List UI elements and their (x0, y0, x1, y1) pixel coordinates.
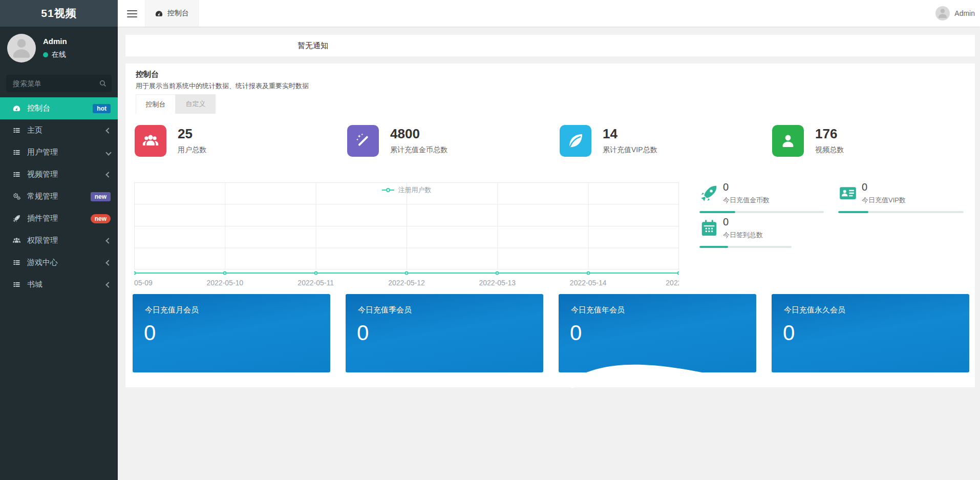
x-axis-tick: 2022-05-14 (570, 279, 607, 287)
stat-total-vip: 14 累计充值VIP总数 (550, 125, 763, 176)
stat-label: 视频总数 (815, 145, 844, 155)
chart-plot-area (134, 182, 679, 269)
avatar (935, 6, 950, 20)
menu-label: 用户管理 (27, 148, 106, 157)
main-panel: 控制台 用于展示当前系统中的统计数据、统计报表及重要实时数据 控制台 自定义 2… (125, 64, 975, 387)
chart-point (223, 272, 227, 275)
sidebar-item-video-management[interactable]: 视频管理 (0, 163, 118, 185)
tab-custom[interactable]: 自定义 (176, 94, 216, 114)
new-badge: new (91, 214, 111, 223)
user-name: Admin (43, 37, 67, 46)
sidebar-menu: 控制台 hot 主页 用户管理 视频管理 常规管理 new (0, 97, 118, 296)
search-input[interactable] (6, 75, 112, 92)
chevron-left-icon (105, 128, 111, 133)
sidebar-item-plugin-management[interactable]: 插件管理 new (0, 207, 118, 229)
x-axis-tick: 2022-05-11 (297, 279, 334, 287)
card-value: 0 (783, 321, 795, 345)
list-icon (12, 126, 21, 135)
chart-point (405, 272, 409, 275)
today-gold-stat: 0 今日充值金币数 (699, 182, 833, 211)
today-vip-stat: 0 今日充值VIP数 (838, 182, 971, 211)
chart-point (586, 272, 590, 275)
card-quarterly-vip[interactable]: 今日充值季会员 0 (346, 294, 543, 372)
mini-stat-value: 0 (723, 216, 729, 228)
chevron-left-icon (105, 172, 111, 177)
sidebar-item-user-management[interactable]: 用户管理 (0, 141, 118, 163)
card-permanent-vip[interactable]: 今日充值永久会员 0 (772, 294, 969, 372)
page-title: 控制台 (136, 70, 159, 79)
stat-label: 用户总数 (178, 145, 206, 155)
online-dot-icon (43, 52, 48, 57)
mini-stat-value: 0 (862, 181, 867, 193)
hot-badge: hot (93, 104, 111, 113)
menu-label: 插件管理 (27, 214, 91, 223)
search-icon[interactable] (98, 79, 108, 88)
chart-point (677, 272, 679, 275)
leaf-icon (560, 125, 591, 157)
avatar (7, 34, 36, 62)
list-icon (12, 258, 21, 267)
menu-label: 游戏中心 (27, 258, 106, 267)
sidebar-item-dashboard[interactable]: 控制台 hot (0, 97, 118, 119)
list-icon (12, 280, 21, 289)
x-axis-tick: 2022-05-13 (479, 279, 516, 287)
stat-value: 176 (815, 126, 837, 142)
chevron-left-icon (105, 238, 111, 243)
menu-label: 常规管理 (27, 192, 91, 201)
cogs-icon (12, 192, 21, 201)
mini-stat-label: 今日充值金币数 (723, 196, 770, 205)
sidebar-item-permission-management[interactable]: 权限管理 (0, 229, 118, 252)
new-badge: new (91, 192, 111, 201)
stat-total-gold: 4800 累计充值金币总数 (338, 125, 550, 176)
card-title: 今日充值季会员 (358, 305, 412, 315)
stat-value: 14 (603, 126, 617, 142)
sidebar-user-panel: Admin 在线 (0, 27, 118, 68)
chart-point (314, 272, 317, 275)
hamburger-icon[interactable] (127, 8, 137, 18)
x-axis-tick: 2022-05-10 (207, 279, 244, 287)
x-axis-tick: 2022-05 (666, 279, 679, 287)
notice-bar: 暂无通知 (125, 35, 975, 56)
list-icon (12, 148, 21, 157)
list-icon (12, 170, 21, 179)
card-title: 今日充值永久会员 (784, 305, 845, 315)
card-value: 0 (570, 321, 582, 345)
stat-label: 累计充值金币总数 (390, 145, 448, 155)
menu-label: 视频管理 (27, 170, 106, 179)
progress-bar (838, 211, 964, 213)
chart-point (134, 272, 136, 275)
chart-point (496, 272, 499, 275)
page-description: 用于展示当前系统中的统计数据、统计报表及重要实时数据 (136, 81, 309, 91)
rocket-icon (12, 214, 21, 223)
topbar-user-menu[interactable]: Admin (935, 0, 975, 27)
menu-label: 主页 (27, 126, 106, 135)
sidebar-item-general-management[interactable]: 常规管理 new (0, 185, 118, 207)
sidebar-search (6, 75, 112, 92)
panel-tabs: 控制台 自定义 (136, 94, 216, 114)
users-icon (12, 236, 21, 245)
user-icon (772, 125, 804, 157)
registered-users-chart[interactable]: 注册用户数 05-09 2022-05-10 2022-05-11 2022-0… (134, 182, 679, 291)
sidebar-item-bookstore[interactable]: 书城 (0, 274, 118, 296)
legend-marker-icon (390, 190, 394, 191)
tab-dashboard[interactable]: 控制台 (145, 0, 199, 27)
person-icon (7, 34, 36, 62)
dashboard-screen: 51视频 Admin 在线 控制台 hot (0, 0, 980, 480)
card-monthly-vip[interactable]: 今日充值月会员 0 (133, 294, 330, 372)
chevron-down-icon (105, 150, 111, 155)
stat-value: 4800 (390, 126, 420, 142)
id-card-icon (838, 183, 858, 203)
progress-bar (699, 211, 824, 213)
sidebar-item-game-center[interactable]: 游戏中心 (0, 252, 118, 274)
card-title: 今日充值月会员 (145, 305, 199, 315)
magic-wand-icon (347, 125, 379, 157)
chevron-left-icon (105, 282, 111, 287)
sidebar-item-home[interactable]: 主页 (0, 119, 118, 141)
tab-console[interactable]: 控制台 (136, 94, 176, 114)
card-yearly-vip[interactable]: 今日充值年会员 0 (559, 294, 756, 372)
x-axis-tick: 05-09 (134, 279, 153, 287)
card-title: 今日充值年会员 (571, 305, 625, 315)
menu-label: 控制台 (27, 103, 93, 113)
app-logo[interactable]: 51视频 (0, 0, 118, 27)
chart-legend[interactable]: 注册用户数 (134, 185, 679, 195)
